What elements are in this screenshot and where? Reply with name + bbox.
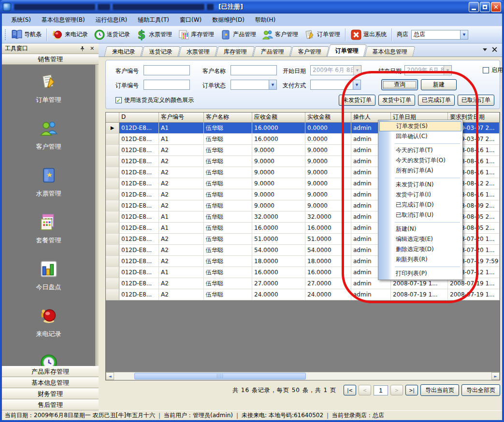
customer-name-input[interactable] (230, 65, 277, 75)
scroll-right-icon[interactable]: ► (491, 372, 500, 380)
sidebar-item-1[interactable]: 客户管理 (36, 119, 61, 151)
tab-1[interactable]: 送货记录 (141, 46, 180, 56)
minimize-button[interactable] (469, 2, 479, 12)
export-current-page-button[interactable]: 导出当前页 (420, 384, 459, 396)
pay-method-select[interactable]: ▼ (310, 80, 361, 90)
toolbar-call-log-button[interactable]: 来电记录 (49, 28, 91, 42)
order-status-select[interactable]: ▼ (230, 80, 277, 90)
toolbar-inventory-button[interactable]: 库存管理 (175, 28, 217, 42)
context-menu-item-8[interactable]: 发货中订单(I) (379, 190, 461, 200)
tab-7[interactable]: 基本信息管理 (364, 46, 415, 56)
sidebar-item-4[interactable]: 今日盘点 (36, 260, 61, 292)
horizontal-scrollbar[interactable]: ◄ ► (106, 372, 500, 380)
grid-header-col-2[interactable]: 客户名称 (204, 113, 252, 123)
context-menu-item-0[interactable]: 订单发货(S) (379, 121, 461, 131)
menu-item-1[interactable]: 基本信息管理(B) (36, 14, 90, 26)
context-menu-item-10[interactable]: 已取消订单(U) (379, 210, 461, 220)
sidebar-item-0[interactable]: 订单管理 (36, 72, 61, 104)
start-date-picker[interactable]: 2009年 6月 8日▼ (310, 65, 361, 75)
sidebar-item-3[interactable]: 套餐管理 (36, 213, 61, 245)
tab-3[interactable]: 库存管理 (216, 46, 255, 56)
end-date-picker[interactable]: 2009年 6月 8日▼ (404, 65, 452, 75)
context-menu-item-17[interactable]: 打印列表(P) (379, 268, 461, 279)
menu-item-5[interactable]: 数据维护(D) (207, 14, 250, 26)
checkbox-check-icon: ✓ (115, 97, 122, 103)
sidebar-group-0[interactable]: 产品库存管理 (2, 366, 99, 377)
page-number-input[interactable] (374, 385, 388, 395)
toolbar-order-button[interactable]: 订单管理 (301, 28, 343, 42)
create-button[interactable]: 新建 (421, 79, 457, 90)
context-menu-item-3[interactable]: 今天的订单(T) (379, 145, 461, 155)
sidebar-item-5[interactable]: 来电记录 (36, 307, 61, 338)
enable-date-checkbox[interactable]: 启用 (483, 66, 503, 74)
menu-item-4[interactable]: 窗口(W) (174, 14, 207, 26)
sidebar-group-1[interactable]: 基本信息管理 (2, 377, 99, 388)
chevron-down-icon[interactable]: ▼ (460, 30, 468, 39)
pin-icon[interactable] (78, 45, 86, 52)
toolbar-nav-button[interactable]: 导航条 (8, 28, 44, 42)
context-menu-item-5[interactable]: 所有的订单(A) (379, 166, 461, 176)
tab-4[interactable]: 产品管理 (253, 46, 292, 56)
customer-no-input[interactable] (144, 65, 190, 75)
grid-header-col-0[interactable]: D (119, 113, 159, 123)
alarm-bell-icon (52, 29, 63, 41)
context-menu-item-15[interactable]: 刷新列表(R) (379, 254, 461, 265)
export-all-pages-button[interactable]: 导出全部页 (461, 384, 500, 396)
color-display-checkbox[interactable]: ✓ 使用送货员定义的颜色展示 (115, 96, 194, 104)
shop-combobox[interactable]: 总店 ▼ (411, 30, 468, 40)
filter-completed-button[interactable]: 已完成订单 (418, 95, 455, 106)
toolbar-ticket-button[interactable]: $水票管理 (133, 28, 175, 42)
sidebar-scrollbar[interactable] (95, 65, 99, 366)
close-icon[interactable]: ✕ (88, 45, 96, 52)
tab-close-icon[interactable] (492, 47, 497, 54)
toolbar-grip[interactable] (4, 29, 7, 41)
context-menu-item-12[interactable]: 新建(N) (379, 224, 461, 234)
context-menu-item-4[interactable]: 今天的发货订单(O) (379, 155, 461, 166)
menu-item-0[interactable]: 系统(S) (6, 14, 36, 26)
filter-shipping-button[interactable]: 发货中订单 (378, 95, 415, 106)
next-page-button[interactable]: > (390, 385, 403, 395)
sidebar-item-2[interactable]: 水票管理 (36, 166, 61, 198)
toolbar-customer-button[interactable]: 客户管理 (259, 28, 301, 42)
sidebar-group-2[interactable]: 财务管理 (2, 388, 99, 399)
tab-label: 客户管理 (298, 48, 321, 56)
tab-6[interactable]: 订单管理 (327, 44, 367, 56)
order-no-input[interactable] (144, 80, 190, 90)
filter-cancelled-button[interactable]: 已取消订单 (458, 95, 494, 106)
last-page-button[interactable]: >| (405, 385, 418, 395)
prev-page-button[interactable]: < (359, 385, 371, 395)
sidebar-section-header[interactable]: 销售管理 (2, 54, 99, 65)
tab-2[interactable]: 水票管理 (178, 46, 217, 56)
context-menu-item-13[interactable]: 编辑选定项(E) (379, 234, 461, 244)
context-menu-item-9[interactable]: 已完成订单(D) (379, 200, 461, 210)
context-menu-item-7[interactable]: 未发货订单(N) (379, 180, 461, 190)
first-page-button[interactable]: |< (344, 385, 356, 395)
tab-0[interactable]: 来电记录 (104, 46, 143, 56)
filter-unshipped-button[interactable]: 未发货订单 (339, 95, 375, 106)
scroll-left-icon[interactable]: ◄ (106, 372, 114, 380)
menu-item-3[interactable]: 辅助工具(T) (132, 14, 174, 26)
table-cell: 伍华聪 (204, 245, 252, 256)
scrollbar-track[interactable] (114, 372, 491, 380)
grid-header-col-3[interactable]: 应收金额 (252, 113, 305, 123)
context-menu-item-14[interactable]: 删除选定项(D) (379, 244, 461, 254)
toolbar-exit-button[interactable]: 退出系统 (347, 28, 389, 42)
table-row[interactable]: 012D-E8...A2伍华聪24.000024.0000admin2008-0… (106, 289, 500, 300)
table-cell: 伍华聪 (204, 167, 252, 178)
sidebar-group-3[interactable]: 售后管理 (2, 399, 99, 410)
query-button[interactable]: 查询 (381, 79, 418, 90)
menu-item-6[interactable]: 帮助(H) (250, 14, 281, 26)
grid-header-col-4[interactable]: 实收金额 (305, 113, 351, 123)
grid-header-col-1[interactable]: 客户编号 (159, 113, 204, 123)
context-menu-item-1[interactable]: 回单确认(C) (379, 131, 461, 141)
maximize-button[interactable] (480, 2, 490, 12)
close-button[interactable]: ✕ (491, 2, 501, 12)
toolbar-delivery-log-button[interactable]: 送货记录 (91, 28, 133, 42)
tab-5[interactable]: 客户管理 (290, 46, 329, 56)
tab-list-dropdown-icon[interactable] (482, 47, 488, 54)
table-cell: 012D-E8... (119, 267, 159, 278)
scrollbar-thumb[interactable] (134, 373, 306, 380)
sidebar-item-6[interactable]: 送货记录 (36, 353, 61, 366)
toolbar-product-button[interactable]: 产品管理 (217, 28, 259, 42)
menu-item-2[interactable]: 运行信息(R) (90, 14, 133, 26)
